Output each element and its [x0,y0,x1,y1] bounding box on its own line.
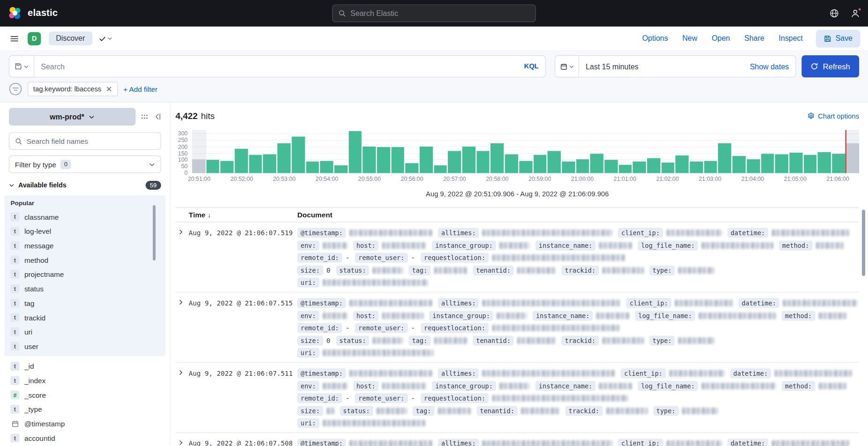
field-name-pill[interactable]: @timestamp: [297,439,346,446]
field-name-pill[interactable]: size: [297,265,323,275]
toolbar-link-new[interactable]: New [682,34,697,43]
time-range-display[interactable]: Last 15 minutes Show dates [579,55,796,77]
field-name-pill[interactable]: instance_name: [536,381,596,391]
toolbar-link-options[interactable]: Options [642,34,668,43]
field-name-pill[interactable]: alltimes: [438,368,479,378]
field-name-pill[interactable]: instance_name: [536,240,596,250]
date-picker-menu-button[interactable] [555,55,579,77]
histogram-bar[interactable] [690,161,703,173]
histogram-bar[interactable] [519,161,532,173]
histogram-bar[interactable] [505,154,518,173]
histogram-bar[interactable] [206,160,219,173]
field-name-pill[interactable]: remote_user: [355,323,408,333]
field-name-pill[interactable]: env: [297,240,319,250]
histogram-bar[interactable] [363,146,376,173]
histogram-bar[interactable] [562,161,575,173]
histogram-bar[interactable] [732,156,746,173]
field-name-pill[interactable]: status: [336,335,369,345]
field-item-_id[interactable]: t_id [9,359,161,373]
global-search-bar[interactable] [332,4,536,22]
field-search-input[interactable] [27,137,155,145]
refresh-button[interactable]: Refresh [801,55,859,77]
histogram-bar[interactable] [377,147,390,173]
histogram-bar[interactable] [235,149,248,173]
histogram-bar[interactable] [775,154,788,173]
field-name-pill[interactable]: alltimes: [438,228,479,238]
field-name-pill[interactable]: client_ip: [618,228,663,238]
field-name-pill[interactable]: remote_user: [355,253,408,262]
field-item-message[interactable]: tmessage [9,238,161,253]
field-name-pill[interactable]: host: [353,240,379,250]
histogram-bar[interactable] [476,151,490,173]
field-name-pill[interactable]: uri: [297,278,319,288]
collapse-sidebar-icon[interactable] [153,113,161,121]
field-item-_score[interactable]: #_score [9,388,161,402]
histogram-bar[interactable] [604,160,618,173]
saved-query-menu-button[interactable] [9,55,34,77]
field-name-pill[interactable]: tenantid: [476,406,518,416]
histogram-bar[interactable] [220,161,234,173]
time-column-header[interactable]: Time [189,211,206,219]
expand-row-button[interactable] [175,298,189,362]
global-search-input[interactable] [350,9,529,17]
show-dates-link[interactable]: Show dates [750,62,789,71]
field-name-pill[interactable]: tag: [409,335,431,345]
histogram-bar[interactable] [548,151,561,173]
field-item-tag[interactable]: ttag [9,296,161,311]
field-item-projectname[interactable]: tprojectname [9,267,161,282]
histogram-bar[interactable] [334,165,347,173]
field-name-pill[interactable]: trackid: [561,335,599,345]
chart-options-button[interactable]: Chart options [807,112,859,120]
field-item-uri[interactable]: turi [9,325,161,339]
field-name-pill[interactable]: env: [297,311,319,320]
toolbar-link-share[interactable]: Share [744,34,764,43]
field-name-pill[interactable]: @timestamp: [297,298,346,308]
field-item-accountid[interactable]: taccountid [9,431,161,446]
grid-icon[interactable] [141,113,149,121]
field-name-pill[interactable]: method: [782,381,815,391]
histogram-bar[interactable] [804,155,817,173]
field-name-pill[interactable]: host: [353,311,379,320]
histogram-bar[interactable] [263,154,276,173]
breadcrumb-discover[interactable]: Discover [49,31,92,45]
field-name-pill[interactable]: method: [782,311,815,320]
field-name-pill[interactable]: instance_group: [432,381,496,391]
expand-row-button[interactable] [175,368,189,432]
histogram-bar[interactable] [704,161,717,173]
available-fields-header[interactable]: Available fields 59 [9,181,161,190]
field-item-_type[interactable]: t_type [9,402,161,416]
field-name-pill[interactable]: size: [297,335,323,345]
filter-pill[interactable]: tag.keyword: lbaccess ✕ [28,82,118,97]
field-name-pill[interactable]: status: [336,265,369,275]
field-name-pill[interactable]: env: [297,381,319,391]
filter-menu-icon[interactable] [9,82,22,96]
histogram-bar[interactable] [391,147,404,173]
field-name-pill[interactable]: tenantid: [473,335,514,345]
field-name-pill[interactable]: client_ip: [626,298,672,308]
histogram-bar[interactable] [348,131,362,173]
expand-row-button[interactable] [175,439,189,446]
field-name-pill[interactable]: type: [649,335,675,345]
field-name-pill[interactable]: uri: [297,348,319,358]
field-item-log-level[interactable]: tlog-level [9,224,161,238]
field-name-pill[interactable]: requestlocation: [421,253,489,262]
field-item-method[interactable]: tmethod [9,253,161,267]
field-name-pill[interactable]: size: [297,406,323,416]
toolbar-link-open[interactable]: Open [712,34,730,43]
field-name-pill[interactable]: remote_id: [297,253,342,262]
field-name-pill[interactable]: remote_id: [297,393,342,403]
field-name-pill[interactable]: requestlocation: [421,393,489,403]
field-name-pill[interactable]: tenantid: [473,265,514,275]
remove-filter-icon[interactable]: ✕ [106,85,112,93]
field-name-pill[interactable]: @timestamp: [297,368,346,378]
field-name-pill[interactable]: host: [353,381,379,391]
field-name-pill[interactable]: tag: [413,406,435,416]
histogram-bar[interactable] [619,164,632,173]
field-name-pill[interactable]: status: [340,406,373,416]
field-name-pill[interactable]: alltimes: [438,439,479,446]
query-input[interactable] [41,62,524,71]
field-item-_index[interactable]: t_index [9,373,161,388]
histogram-bar[interactable] [633,161,646,173]
histogram-bar[interactable] [818,152,831,173]
histogram-bar[interactable] [249,155,262,173]
